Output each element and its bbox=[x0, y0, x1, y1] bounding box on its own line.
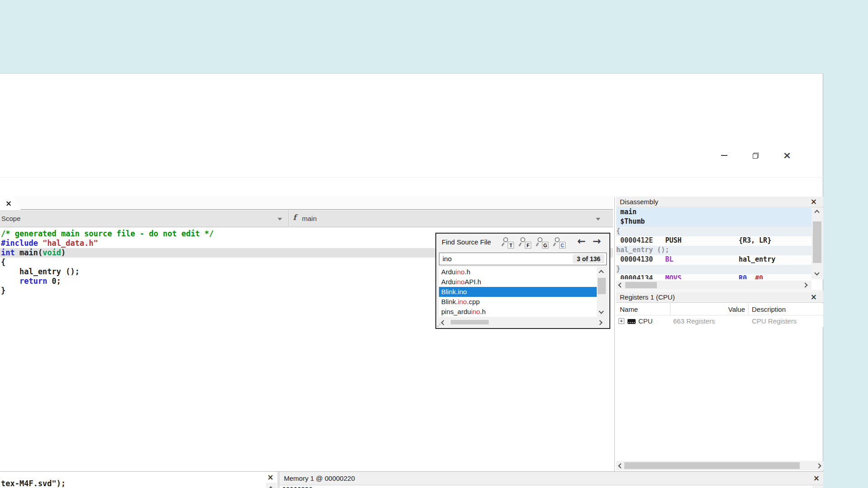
search-result-item[interactable]: Blink.ino.cpp bbox=[439, 297, 597, 307]
disassembly-horizontal-scrollbar[interactable] bbox=[616, 281, 811, 290]
disassembly-row[interactable]: } bbox=[616, 265, 811, 274]
console-panel[interactable]: tex-M4F.svd");tex-M4F.svd" was found at … bbox=[0, 472, 278, 488]
text-segment: ino bbox=[458, 298, 467, 305]
search-result-item[interactable]: pins_arduino.h bbox=[439, 307, 597, 317]
disassembly-vertical-scrollbar[interactable] bbox=[811, 208, 823, 279]
magnifier-handle bbox=[536, 243, 539, 246]
text-segment: hal_entry (); bbox=[616, 246, 669, 254]
scrollbar-thumb[interactable] bbox=[624, 462, 800, 469]
close-icon[interactable]: × bbox=[267, 473, 274, 482]
disassembly-row[interactable]: { bbox=[616, 227, 811, 236]
function-dropdown[interactable]: main bbox=[302, 215, 317, 222]
registers-horizontal-scrollbar[interactable] bbox=[616, 461, 823, 470]
search-filter-g-icon[interactable]: G bbox=[536, 237, 548, 249]
chevron-down-icon[interactable] bbox=[278, 218, 282, 221]
scrollbar-thumb[interactable] bbox=[451, 320, 489, 324]
panel-splitter[interactable] bbox=[616, 290, 823, 291]
disassembly-row[interactable]: main bbox=[616, 208, 811, 217]
text-segment: return bbox=[19, 277, 47, 286]
close-icon[interactable]: × bbox=[811, 197, 817, 206]
forward-arrow-button[interactable]: → bbox=[593, 235, 601, 247]
scroll-left-icon[interactable] bbox=[441, 320, 446, 325]
disassembly-row[interactable]: hal_entry (); bbox=[616, 246, 811, 255]
text-segment: } bbox=[616, 265, 620, 273]
column-name[interactable]: Name bbox=[620, 305, 638, 313]
text-segment bbox=[682, 236, 739, 244]
scope-dropdown[interactable]: Scope bbox=[1, 215, 21, 222]
text-segment: void bbox=[42, 248, 61, 257]
close-icon[interactable]: × bbox=[813, 474, 820, 483]
text-segment: } bbox=[1, 286, 5, 295]
text-segment: Ardu bbox=[441, 278, 456, 286]
minimize-button[interactable] bbox=[714, 149, 735, 162]
scroll-right-icon[interactable] bbox=[816, 463, 821, 468]
text-segment: { bbox=[1, 258, 5, 267]
search-result-item[interactable]: ArduinoAPI.h bbox=[439, 277, 597, 287]
results-vertical-scrollbar[interactable] bbox=[597, 267, 607, 317]
chevron-down-icon[interactable] bbox=[596, 218, 600, 221]
scroll-right-icon[interactable] bbox=[597, 320, 602, 325]
back-arrow-button[interactable]: ← bbox=[577, 235, 585, 247]
search-result-selected[interactable]: Blink.ino bbox=[439, 287, 597, 297]
restore-button[interactable] bbox=[745, 149, 766, 162]
scroll-up-icon[interactable] bbox=[599, 270, 604, 275]
panel-splitter[interactable] bbox=[614, 197, 615, 471]
scroll-up-icon[interactable] bbox=[814, 210, 819, 215]
disassembly-row[interactable]: $Thumb bbox=[616, 217, 811, 227]
disassembly-row[interactable]: 00004134 MOVS R0, #0 bbox=[616, 274, 811, 279]
expand-icon[interactable]: + bbox=[618, 318, 624, 324]
disassembly-view[interactable]: main $Thumb{ 0000412E PUSH {R3, LR}hal_e… bbox=[616, 208, 811, 279]
memory-vertical-scrollbar[interactable] bbox=[812, 486, 823, 488]
resize-grip[interactable] bbox=[437, 324, 441, 327]
close-icon: × bbox=[783, 150, 791, 160]
register-group-row[interactable]: + CPU 663 Registers CPU Registers bbox=[616, 315, 823, 327]
disassembly-row[interactable]: 00004130 BL hal_entry bbox=[616, 255, 811, 265]
scrollbar-thumb[interactable] bbox=[625, 282, 657, 288]
filter-letter: T bbox=[508, 242, 514, 249]
memory-hex-bytes: .. .. .. .. .. .. .. .. bbox=[434, 486, 541, 488]
console-vertical-scrollbar[interactable] bbox=[266, 483, 277, 488]
disassembly-row[interactable]: 0000412E PUSH {R3, LR} bbox=[616, 236, 811, 246]
column-value[interactable]: Value bbox=[670, 305, 745, 313]
results-horizontal-scrollbar[interactable] bbox=[439, 319, 607, 326]
scroll-down-icon[interactable] bbox=[599, 309, 604, 314]
column-description[interactable]: Description bbox=[752, 305, 786, 313]
close-window-button[interactable]: × bbox=[777, 149, 797, 162]
memory-view[interactable]: 00000220.. .. .. .. .. .. .. .... .. .. … bbox=[279, 486, 811, 488]
scroll-left-icon[interactable] bbox=[618, 463, 623, 468]
search-result-item[interactable]: Arduino.h bbox=[439, 267, 597, 277]
search-input[interactable]: ino 3 of 136 bbox=[439, 253, 607, 265]
scroll-down-icon[interactable] bbox=[814, 270, 819, 275]
disassembly-title: Disassembly bbox=[620, 198, 658, 206]
text-segment bbox=[1, 277, 19, 286]
restore-icon bbox=[753, 153, 759, 159]
app-window: × × Scope f main /* generated main sourc… bbox=[0, 73, 823, 488]
filter-letter: C bbox=[559, 242, 566, 249]
search-filter-c-icon[interactable]: C bbox=[553, 237, 566, 249]
tab-close-icon[interactable]: × bbox=[5, 200, 12, 207]
disassembly-header: Disassembly × bbox=[616, 197, 823, 207]
text-segment bbox=[673, 255, 739, 263]
text-segment: #0 bbox=[755, 274, 763, 279]
registers-column-header[interactable]: Name Value Description bbox=[616, 303, 823, 315]
search-filter-t-icon[interactable]: T bbox=[501, 237, 514, 249]
search-results-list[interactable]: Arduino.hArduinoAPI.hBlink.inoBlink.ino.… bbox=[439, 267, 597, 317]
search-filter-f-icon[interactable]: F bbox=[519, 237, 531, 249]
scroll-up-icon[interactable] bbox=[268, 486, 273, 488]
close-icon[interactable]: × bbox=[811, 292, 817, 301]
memory-hex-bytes: .. .. .. .. .. .. .. .. bbox=[321, 486, 427, 488]
text-segment: R0 bbox=[739, 274, 747, 279]
filter-letter: G bbox=[542, 242, 548, 249]
scroll-right-icon[interactable] bbox=[802, 282, 807, 287]
text-segment: Ardu bbox=[441, 268, 456, 276]
text-segment: BL bbox=[665, 255, 673, 263]
scrollbar-thumb[interactable] bbox=[598, 278, 606, 294]
text-segment bbox=[15, 248, 19, 257]
scroll-left-icon[interactable] bbox=[618, 282, 623, 287]
text-segment: API.h bbox=[465, 278, 481, 286]
magnifier-handle bbox=[501, 243, 505, 246]
memory-row[interactable]: 00000220.. .. .. .. .. .. .. .... .. .. … bbox=[279, 486, 811, 488]
cpu-chip-icon bbox=[627, 319, 636, 324]
scrollbar-thumb[interactable] bbox=[813, 221, 821, 263]
text-segment: 0000412E bbox=[616, 236, 665, 244]
